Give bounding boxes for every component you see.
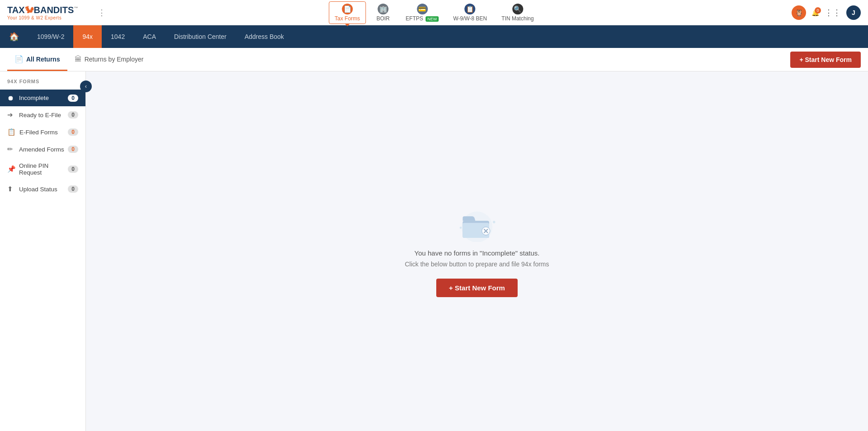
sidebar-item-ready-to-efile[interactable]: ➔ Ready to E-File 0 [0,106,85,123]
sidebar-title: 94x FORMS [0,79,85,90]
empty-state: You have no forms in "Incomplete" status… [405,206,549,297]
incomplete-badge: 0 [68,95,78,102]
sidebar-item-incomplete[interactable]: ⏺ Incomplete 0 [0,90,85,106]
top-bar: TAX🐿BANDITS™ Your 1099 & W2 Experts ⋮ 📄 … [0,0,868,25]
start-new-form-header-button[interactable]: + Start New Form [790,52,861,68]
top-right-icons: 🦉 🔔 0 ⋮⋮ J [792,5,861,20]
main-content: You have no forms in "Incomplete" status… [86,71,868,431]
amended-icon: ✏ [7,145,15,153]
logo-text: TAX🐿BANDITS™ [7,5,78,15]
notification-count: 0 [815,7,821,14]
ready-to-efile-icon: ➔ [7,111,15,119]
nav-distribution-center[interactable]: Distribution Center [165,25,236,48]
sidebar-item-upload-status[interactable]: ⬆ Upload Status 0 [0,180,85,198]
eftps-icon: 💳 [417,4,428,14]
svg-point-6 [493,221,495,223]
e-filed-badge: 0 [68,128,78,136]
nav-94x[interactable]: 94x [73,25,102,48]
main-nav: 🏠 1099/W-2 94x 1042 ACA Distribution Cen… [0,25,868,48]
returns-by-employer-icon: 🏛 [75,55,82,63]
e-filed-icon: 📋 [7,128,16,136]
tab-all-returns[interactable]: 📄 All Returns [7,48,67,71]
sub-tabs: 📄 All Returns 🏛 Returns by Employer + St… [0,48,868,71]
nav-w9w8[interactable]: 📋 W-9/W-8 BEN [448,2,492,24]
incomplete-icon: ⏺ [7,94,15,102]
nav-tax-forms[interactable]: 📄 Tax Forms [329,1,366,24]
empty-state-secondary-text: Click the below button to prepare and fi… [405,260,549,268]
upload-status-icon: ⬆ [7,185,15,193]
nav-1099-w2[interactable]: 1099/W-2 [28,25,73,48]
user-avatar[interactable]: J [846,5,861,20]
amended-badge: 0 [68,146,78,153]
boir-icon: 🏢 [377,4,388,14]
nav-home[interactable]: 🏠 [0,25,28,48]
pin-request-icon: 📌 [7,165,15,173]
tin-icon: 🔍 [512,4,523,14]
nav-address-book[interactable]: Address Book [236,25,293,48]
nav-tin[interactable]: 🔍 TIN Matching [496,2,539,24]
upload-status-badge: 0 [68,185,78,193]
nav-boir[interactable]: 🏢 BOIR [369,2,396,24]
empty-folder-illustration [457,206,497,242]
ready-to-efile-badge: 0 [68,111,78,118]
tab-returns-by-employer[interactable]: 🏛 Returns by Employer [67,49,151,71]
nav-eftps[interactable]: 💳 EFTPS NEW [400,2,444,24]
logo-tagline: Your 1099 & W2 Experts [7,15,61,20]
w9w8-icon: 📋 [465,4,476,14]
logo-area: TAX🐿BANDITS™ Your 1099 & W2 Experts [7,5,89,20]
sidebar-collapse-button[interactable]: ‹ [80,81,92,92]
logo: TAX🐿BANDITS™ [7,5,78,15]
nav-1042[interactable]: 1042 [102,25,134,48]
more-options-icon[interactable]: ⋮ [98,8,106,18]
all-returns-icon: 📄 [14,55,24,63]
start-new-form-center-button[interactable]: + Start New Form [436,279,518,297]
sidebar-item-online-pin-request[interactable]: 📌 Online PIN Request 0 [0,158,85,180]
tax-forms-icon: 📄 [342,4,353,14]
empty-state-primary-text: You have no forms in "Incomplete" status… [415,249,540,257]
top-nav: 📄 Tax Forms 🏢 BOIR 💳 EFTPS NEW 📋 W-9/W-8… [329,1,539,24]
content-wrapper: 94x FORMS ‹ ⏺ Incomplete 0 ➔ Ready to E-… [0,71,868,431]
nav-aca[interactable]: ACA [134,25,165,48]
mascot-icon[interactable]: 🦉 [792,5,806,20]
notification-bell[interactable]: 🔔 0 [811,9,819,16]
svg-point-7 [460,227,462,229]
apps-grid-icon[interactable]: ⋮⋮ [825,8,841,18]
pin-request-badge: 0 [68,166,78,173]
sidebar-item-e-filed-forms[interactable]: 📋 E-Filed Forms 0 [0,123,85,141]
home-icon: 🏠 [9,32,19,42]
eftps-new-badge: NEW [425,16,439,22]
sidebar: 94x FORMS ‹ ⏺ Incomplete 0 ➔ Ready to E-… [0,71,86,431]
sidebar-item-amended-forms[interactable]: ✏ Amended Forms 0 [0,141,85,158]
